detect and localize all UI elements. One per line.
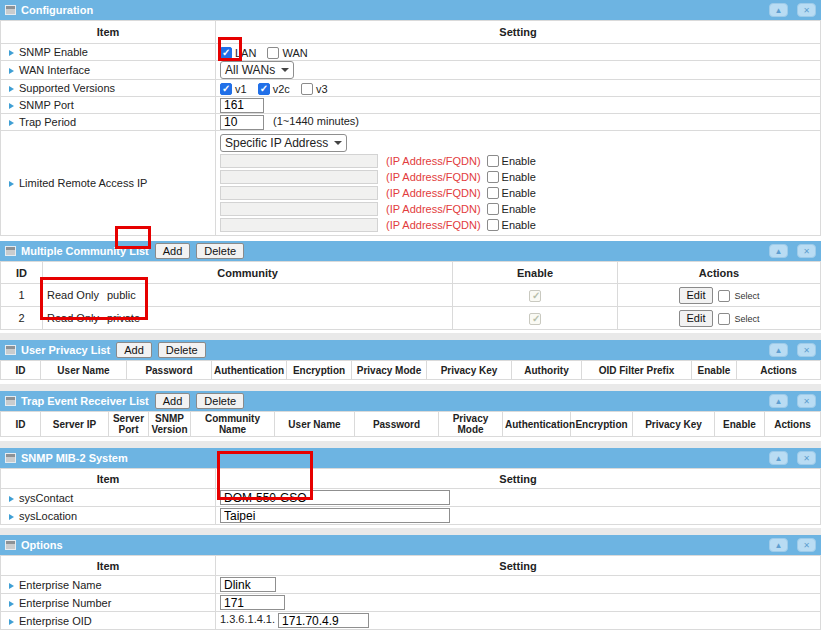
column-header-item: Item <box>1 556 216 576</box>
wan-checkbox[interactable] <box>267 47 279 59</box>
bullet-arrow-icon <box>9 496 14 502</box>
remote-ip-input-5[interactable] <box>220 218 378 232</box>
trap-delete-button[interactable]: Delete <box>196 393 244 409</box>
column-header: Community <box>43 262 453 284</box>
bullet-arrow-icon <box>9 601 14 607</box>
community-delete-button[interactable]: Delete <box>196 243 244 259</box>
remote-ip-row: (IP Address/FQDN)Enable <box>220 153 816 169</box>
remote-ip-enable-checkbox-1[interactable] <box>487 155 499 167</box>
enterprise-number-input[interactable] <box>220 595 285 610</box>
remote-ip-enable-checkbox-3[interactable] <box>487 187 499 199</box>
mib2-header-bar: SNMP MIB-2 System ▲ ✕ <box>0 448 821 468</box>
collapse-icon[interactable]: ▲ <box>769 394 788 408</box>
community-add-button[interactable]: Add <box>155 243 191 259</box>
collapse-icon[interactable]: ▲ <box>769 538 788 552</box>
community-name: public <box>107 289 136 301</box>
column-header: Password <box>355 412 439 437</box>
syslocation-input[interactable] <box>220 508 450 523</box>
window-icon <box>6 346 15 354</box>
snmp-enable-label: SNMP Enable <box>19 46 88 58</box>
remote-ip-input-3[interactable] <box>220 186 378 200</box>
section-title: Multiple Community List <box>21 245 149 257</box>
enterprise-oid-input[interactable] <box>278 613 369 628</box>
collapse-icon[interactable]: ▲ <box>769 244 788 258</box>
section-divider <box>0 384 821 391</box>
section-title: Options <box>21 539 63 551</box>
privacy-delete-button[interactable]: Delete <box>158 342 206 358</box>
community-select-checkbox[interactable] <box>718 290 730 302</box>
section-title: Configuration <box>21 4 93 16</box>
wan-interface-select[interactable]: All WANs <box>220 61 294 79</box>
trap-period-input[interactable] <box>220 115 264 130</box>
remote-ip-enable-checkbox-5[interactable] <box>487 219 499 231</box>
column-header: Enable <box>715 412 765 437</box>
v3-checkbox[interactable] <box>301 83 313 95</box>
community-edit-button[interactable]: Edit <box>679 310 714 327</box>
community-edit-button[interactable]: Edit <box>679 287 714 304</box>
column-header: Enable <box>453 262 618 284</box>
column-header: User Name <box>41 361 127 380</box>
configuration-header-bar: Configuration ▲ ✕ <box>0 0 821 20</box>
v1-checkbox[interactable] <box>220 83 232 95</box>
window-icon <box>6 454 15 462</box>
collapse-icon[interactable]: ▲ <box>769 451 788 465</box>
remote-ip-input-4[interactable] <box>220 202 378 216</box>
community-enable-checkbox <box>529 290 541 302</box>
privacy-add-button[interactable]: Add <box>116 342 152 358</box>
table-row: Enterprise Number <box>1 594 821 612</box>
column-header: Authentication <box>212 361 287 380</box>
v2c-checkbox[interactable] <box>258 83 270 95</box>
column-header-item: Item <box>1 469 216 489</box>
trap-header-bar: Trap Event Receiver List Add Delete ▲ ✕ <box>0 391 821 411</box>
close-icon[interactable]: ✕ <box>797 451 816 465</box>
collapse-icon[interactable]: ▲ <box>769 3 788 17</box>
column-header-setting: Setting <box>216 469 821 489</box>
snmp-port-input[interactable] <box>220 98 264 113</box>
column-header: ID <box>1 412 41 437</box>
column-header: OID Filter Prefix <box>582 361 692 380</box>
section-title: Trap Event Receiver List <box>21 395 149 407</box>
column-header: Privacy Mode <box>352 361 427 380</box>
wan-label: WAN <box>282 47 307 59</box>
remote-access-mode-select[interactable]: Specific IP Address <box>220 134 347 152</box>
close-icon[interactable]: ✕ <box>797 538 816 552</box>
close-icon[interactable]: ✕ <box>797 343 816 357</box>
community-name: private <box>107 312 140 324</box>
column-header-setting: Setting <box>216 21 821 44</box>
window-icon <box>6 6 15 14</box>
trap-add-button[interactable]: Add <box>155 393 191 409</box>
select-label: Select <box>734 314 759 324</box>
bullet-arrow-icon <box>9 514 14 520</box>
community-select-checkbox[interactable] <box>718 313 730 325</box>
ip-fqdn-hint: (IP Address/FQDN) <box>386 203 481 215</box>
table-row: Supported Versions v1 v2c v3 <box>1 80 821 97</box>
remote-ip-enable-checkbox-2[interactable] <box>487 171 499 183</box>
remote-ip-enable-checkbox-4[interactable] <box>487 203 499 215</box>
ip-fqdn-hint: (IP Address/FQDN) <box>386 171 481 183</box>
enterprise-number-label: Enterprise Number <box>19 597 111 609</box>
column-header: Enable <box>692 361 737 380</box>
syscontact-input[interactable] <box>220 490 450 505</box>
privacy-section: User Privacy List Add Delete ▲ ✕ ID User… <box>0 340 821 391</box>
remote-ip-input-1[interactable] <box>220 154 378 168</box>
remote-ip-input-2[interactable] <box>220 170 378 184</box>
enterprise-oid-label: Enterprise OID <box>19 615 92 627</box>
snmp-port-label: SNMP Port <box>19 99 74 111</box>
oid-prefix: 1.3.6.1.4.1. <box>220 613 275 625</box>
column-header: Privacy Key <box>633 412 715 437</box>
bullet-arrow-icon <box>9 50 14 56</box>
collapse-icon[interactable]: ▲ <box>769 343 788 357</box>
enterprise-name-input[interactable] <box>220 577 276 592</box>
bullet-arrow-icon <box>9 68 14 74</box>
column-header: Encryption <box>571 412 633 437</box>
close-icon[interactable]: ✕ <box>797 3 816 17</box>
window-icon <box>6 541 15 549</box>
remote-ip-row: (IP Address/FQDN)Enable <box>220 201 816 217</box>
lan-checkbox[interactable] <box>220 47 232 59</box>
bullet-arrow-icon <box>9 120 14 126</box>
table-row: sysLocation <box>1 507 821 525</box>
close-icon[interactable]: ✕ <box>797 244 816 258</box>
close-icon[interactable]: ✕ <box>797 394 816 408</box>
table-row: SNMP Port <box>1 97 821 114</box>
column-header-item: Item <box>1 21 216 44</box>
